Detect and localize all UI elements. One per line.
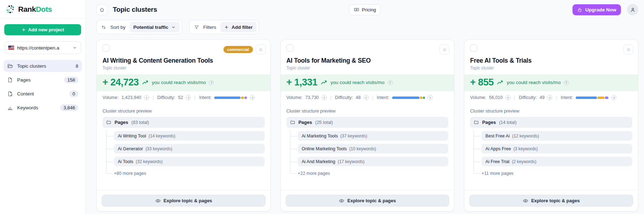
preview-label: Cluster structure preview	[97, 104, 270, 117]
help-icon[interactable]	[250, 95, 255, 100]
pricing-button[interactable]: Pricing	[349, 4, 381, 15]
cluster-title: AI Writing & Content Generation Tools	[102, 57, 265, 64]
help-icon[interactable]	[364, 95, 369, 100]
volume-label: Volume:	[102, 95, 118, 100]
tree-page-row[interactable]: Ai Writing Tool (14 keywords)	[114, 131, 265, 141]
folder-icon	[106, 120, 111, 125]
tree-page-row[interactable]: Best Free Ai (12 keywords)	[481, 131, 632, 141]
sidebar-item-label: Content	[17, 91, 34, 96]
favorite-button[interactable]	[256, 45, 266, 54]
user-avatar[interactable]	[627, 4, 638, 15]
help-icon[interactable]	[564, 80, 569, 85]
help-icon[interactable]	[322, 95, 327, 100]
sidebar-item-label: Pages	[17, 77, 31, 83]
tree-page-row[interactable]: Online Marketing Tools (10 keywords)	[298, 144, 449, 153]
reach-value: + 1,331	[286, 77, 317, 88]
sidebar-item-pages[interactable]: Pages 158	[4, 74, 82, 86]
intent-label: Intent:	[561, 95, 573, 100]
metrics-row: Volume: 73,730 | Difficulty: 48 | Intent…	[281, 91, 454, 104]
explore-topic-button[interactable]: Explore topic & pages	[286, 195, 449, 207]
sidebar-item-keywords[interactable]: Keywords 3,846	[4, 101, 82, 114]
filters-group: Filters Add filter	[189, 20, 259, 34]
intent-bar	[392, 96, 425, 99]
more-pages-link[interactable]: +11 more pages	[481, 171, 632, 176]
cluster-title: Free AI Tools & Trials	[470, 57, 632, 64]
sidebar-item-content[interactable]: Content 0	[4, 88, 82, 100]
help-icon[interactable]	[186, 95, 191, 100]
sort-value-dropdown[interactable]: Potential traffic	[130, 22, 180, 32]
chevron-down-icon	[72, 45, 77, 50]
eye-icon	[339, 198, 344, 204]
folder-icon	[474, 120, 479, 125]
favorite-button[interactable]	[623, 45, 633, 54]
brand-name: RankDots	[18, 5, 52, 14]
star-icon	[258, 47, 263, 52]
dots-logo-icon	[6, 5, 15, 14]
sort-by-label: Sort by	[110, 25, 126, 30]
help-icon[interactable]	[611, 95, 616, 100]
help-icon[interactable]	[506, 95, 511, 100]
tree-page-row[interactable]: Ai Tools (32 keywords)	[114, 157, 265, 166]
sort-group: Sort by Potential traffic	[96, 20, 182, 34]
add-filter-button[interactable]: Add filter	[220, 22, 257, 32]
eye-icon	[155, 198, 161, 204]
more-pages-link[interactable]: +80 more pages	[114, 171, 265, 176]
bar-chart-icon	[7, 105, 13, 111]
more-pages-link[interactable]: +22 more pages	[298, 171, 449, 176]
plus-icon	[21, 27, 26, 32]
project-url-select[interactable]: https://contentpen.a	[4, 41, 81, 54]
project-url: https://contentpen.a	[17, 45, 59, 51]
tree-page-row[interactable]: Ai Generator (33 keywords)	[114, 144, 265, 153]
chevron-down-icon	[171, 25, 176, 30]
home-button[interactable]	[96, 4, 107, 15]
add-new-project-button[interactable]: Add new project	[4, 24, 81, 35]
sidebar-item-count: 0	[69, 90, 78, 97]
select-checkbox[interactable]	[102, 45, 110, 52]
help-icon[interactable]	[388, 80, 393, 85]
help-icon[interactable]	[144, 95, 149, 100]
folder-open-icon	[7, 63, 13, 69]
cluster-title: AI Tools for Marketing & SEO	[286, 57, 449, 64]
sidebar-item-label: Keywords	[17, 105, 38, 110]
star-icon	[626, 47, 631, 52]
sidebar-item-count: 8	[76, 63, 78, 69]
topic-cluster-card: Free AI Tools & Trials Topic cluster + 8…	[464, 40, 638, 212]
home-icon	[99, 7, 105, 12]
brand-logo: RankDots	[0, 0, 85, 19]
pages-root-row[interactable]: Pages (83 total)	[102, 117, 265, 128]
cluster-tree: Pages (25 total) Ai Marketing Tools (37 …	[281, 117, 454, 176]
pages-label: Pages	[482, 120, 496, 125]
main-content: Topic clusters Pricing Upgrade Now Sort …	[86, 0, 644, 214]
tree-page-row[interactable]: Ai Free Trial (2 keywords)	[481, 157, 632, 166]
reach-value: + 855	[470, 77, 493, 88]
tree-page-row[interactable]: Ai Apps Free (3 keywords)	[481, 144, 632, 153]
metrics-row: Volume: 56,010 | Difficulty: 49 | Intent…	[464, 91, 638, 104]
potential-traffic-band: + 24,723 you could reach visits/mo	[97, 74, 270, 91]
page-edit-icon	[7, 91, 13, 97]
pages-root-row[interactable]: Pages (25 total)	[286, 117, 449, 128]
favorite-button[interactable]	[439, 45, 449, 54]
cluster-type-label: Topic cluster	[470, 66, 632, 71]
cluster-tree: Pages (83 total) Ai Writing Tool (14 key…	[97, 117, 270, 176]
trend-up-icon	[321, 80, 327, 85]
tree-page-row[interactable]: Ai Marketing Tools (37 keywords)	[298, 131, 449, 141]
pages-total: (83 total)	[131, 120, 149, 125]
select-checkbox[interactable]	[470, 45, 477, 52]
help-icon[interactable]	[547, 95, 552, 100]
reach-suffix: you could reach visits/mo	[507, 80, 561, 85]
select-checkbox[interactable]	[286, 45, 294, 52]
person-icon	[630, 7, 636, 13]
sidebar-item-topic-clusters[interactable]: Topic clusters 8	[4, 60, 82, 72]
help-icon[interactable]	[428, 95, 433, 100]
help-icon[interactable]	[209, 80, 214, 85]
cluster-cards-row: commercial AI Writing & Content Generati…	[96, 40, 638, 214]
pages-label: Pages	[299, 120, 312, 125]
tree-page-row[interactable]: Ai And Marketing (17 keywords)	[298, 157, 449, 166]
explore-topic-button[interactable]: Explore topic & pages	[102, 195, 265, 207]
sidebar-item-count: 158	[64, 77, 78, 83]
pages-root-row[interactable]: Pages (14 total)	[470, 117, 632, 128]
plus-icon	[224, 25, 229, 30]
reach-suffix: you could reach visits/mo	[152, 80, 206, 85]
explore-topic-button[interactable]: Explore topic & pages	[469, 195, 633, 207]
upgrade-now-button[interactable]: Upgrade Now	[572, 4, 621, 15]
